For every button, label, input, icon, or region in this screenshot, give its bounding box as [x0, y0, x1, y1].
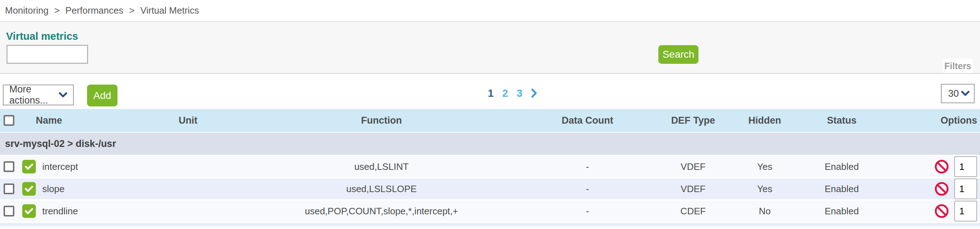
row-checkbox[interactable] — [3, 183, 14, 194]
metric-data-count: - — [519, 161, 655, 172]
search-button[interactable]: Search — [659, 45, 698, 64]
metric-name[interactable]: slope — [42, 183, 64, 195]
column-header-status[interactable]: Status — [799, 115, 885, 126]
metric-def-type: CDEF — [655, 206, 731, 217]
order-input[interactable] — [954, 156, 977, 177]
breadcrumb-separator: > — [129, 5, 134, 16]
order-input[interactable] — [954, 201, 977, 221]
search-input[interactable] — [6, 45, 88, 64]
column-header-name[interactable]: Name — [20, 115, 132, 126]
metric-def-type: VDEF — [655, 161, 731, 172]
enabled-check-icon[interactable] — [22, 182, 36, 196]
table-header-row: Name Unit Function Data Count DEF Type H… — [0, 109, 980, 132]
page-size-select[interactable]: 30 — [941, 84, 975, 103]
select-all-checkbox[interactable] — [3, 115, 14, 126]
metric-function: used,LSLSLOPE — [243, 183, 519, 195]
column-header-data-count[interactable]: Data Count — [519, 115, 655, 126]
virtual-metrics-page: Monitoring > Performances > Virtual Metr… — [0, 0, 980, 229]
toolbar: More actions... Add 1 2 3 30 — [0, 74, 980, 109]
enabled-check-icon[interactable] — [22, 204, 36, 218]
more-actions-label: More actions... — [9, 84, 59, 106]
metric-function: used,LSLINT — [243, 161, 519, 172]
column-header-function[interactable]: Function — [243, 115, 519, 126]
more-actions-select[interactable]: More actions... — [3, 84, 74, 105]
metric-hidden: Yes — [731, 161, 799, 172]
metric-hidden: Yes — [731, 183, 799, 195]
column-header-options: Options — [885, 115, 980, 126]
table-row: trendline used,POP,COUNT,slope,*,interce… — [0, 199, 980, 221]
metric-name[interactable]: intercept — [42, 161, 78, 172]
chevron-down-icon — [59, 92, 67, 98]
row-checkbox[interactable] — [3, 161, 14, 172]
page-title: Virtual metrics — [6, 30, 78, 42]
metric-function: used,POP,COUNT,slope,*,intercept,+ — [243, 206, 519, 217]
metric-name[interactable]: trendline — [42, 206, 78, 217]
metric-data-count: - — [519, 206, 655, 217]
group-header-row: srv-mysql-02 > disk-/usr — [0, 132, 980, 155]
enabled-check-icon[interactable] — [22, 160, 36, 173]
metric-status: Enabled — [799, 206, 885, 217]
disable-icon[interactable] — [935, 182, 948, 196]
pagination: 1 2 3 — [488, 86, 537, 100]
filter-panel: Virtual metrics Search Filters — [0, 22, 980, 74]
pagination-page-1[interactable]: 1 — [488, 87, 493, 99]
pagination-page-2[interactable]: 2 — [502, 87, 508, 99]
add-button[interactable]: Add — [87, 84, 118, 107]
column-header-def-type[interactable]: DEF Type — [655, 115, 731, 126]
order-input[interactable] — [954, 178, 977, 199]
breadcrumb-item-virtual-metrics[interactable]: Virtual Metrics — [140, 5, 199, 16]
column-header-unit[interactable]: Unit — [132, 115, 243, 126]
breadcrumb: Monitoring > Performances > Virtual Metr… — [0, 0, 980, 22]
row-checkbox[interactable] — [3, 206, 14, 216]
next-row-partial — [0, 221, 980, 226]
pagination-page-3[interactable]: 3 — [517, 87, 522, 99]
metric-status: Enabled — [799, 161, 885, 172]
disable-icon[interactable] — [935, 204, 948, 218]
breadcrumb-item-performances[interactable]: Performances — [65, 5, 124, 16]
metric-hidden: No — [731, 206, 799, 217]
table-row: intercept used,LSLINT - VDEF Yes Enabled — [0, 155, 980, 177]
page-size-value: 30 — [948, 88, 959, 99]
virtual-metrics-table: Name Unit Function Data Count DEF Type H… — [0, 109, 980, 226]
table-row: slope used,LSLSLOPE - VDEF Yes Enabled — [0, 177, 980, 199]
pagination-next-icon[interactable] — [531, 88, 537, 99]
column-header-hidden[interactable]: Hidden — [731, 115, 799, 126]
metric-status: Enabled — [799, 183, 885, 195]
disable-icon[interactable] — [935, 160, 948, 173]
chevron-down-icon — [961, 91, 970, 96]
breadcrumb-item-monitoring[interactable]: Monitoring — [5, 5, 48, 16]
metric-data-count: - — [519, 183, 655, 195]
metric-def-type: VDEF — [655, 183, 731, 195]
breadcrumb-separator: > — [54, 5, 59, 16]
filters-tab[interactable]: Filters — [943, 59, 973, 73]
